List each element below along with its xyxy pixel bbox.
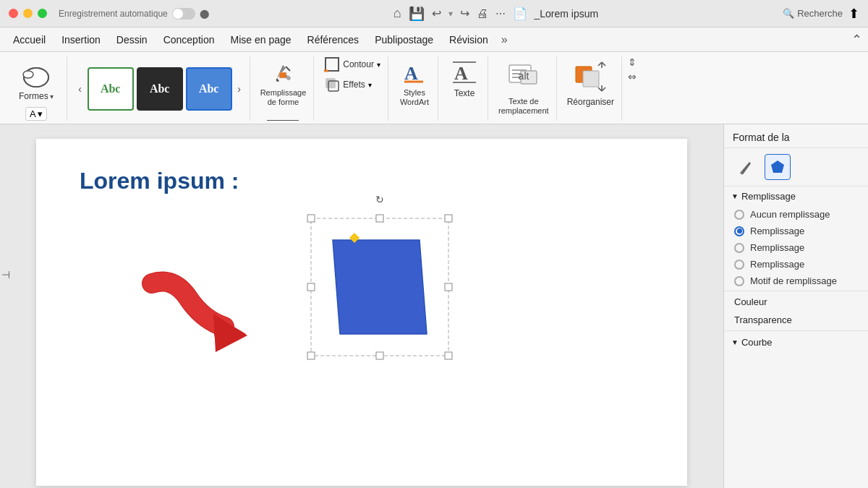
carousel-next[interactable]: ›	[232, 67, 247, 111]
menu-revision[interactable]: Révision	[442, 31, 495, 48]
effets-icon	[324, 77, 340, 93]
ribbon-wordart-section: A StylesWordArt	[391, 56, 438, 121]
sidebar-panel: Format de la ▼ Remplissage Aucun remplis	[723, 124, 868, 488]
text-dropdown: ▾	[38, 108, 43, 119]
resize-icon2[interactable]: ⇔	[628, 71, 637, 82]
svg-rect-36	[307, 283, 315, 291]
minimize-button[interactable]	[23, 9, 33, 18]
autosave-status: ⬤	[200, 9, 209, 19]
autosave-label: Enregistrement automatique	[59, 9, 168, 19]
contour-button[interactable]: Contour ▾	[324, 56, 380, 72]
print-icon[interactable]: 🖨	[477, 7, 488, 20]
remplissage-icon	[267, 56, 299, 88]
sidebar-divider-1	[724, 291, 868, 291]
carousel-prev[interactable]: ‹	[73, 67, 88, 111]
rotate-handle[interactable]: ↻	[375, 194, 384, 205]
menu-publipostage[interactable]: Publipostage	[367, 31, 441, 48]
search-icon: 🔍	[783, 8, 794, 19]
remplissage-button[interactable]: Remplissagede forme	[260, 56, 307, 107]
menu-accueil[interactable]: Accueil	[6, 31, 53, 48]
transparence-row: Transparence	[724, 311, 868, 329]
remplissage-content: Remplissagede forme	[260, 56, 307, 119]
texte-content: A Texte	[448, 56, 480, 121]
formes-label: Formes	[19, 91, 48, 101]
courbe-section-header[interactable]: ▼ Courbe	[724, 333, 868, 352]
formes-button[interactable]: Formes ▾	[13, 58, 59, 104]
wordart-button[interactable]: A StylesWordArt	[399, 56, 430, 107]
ribbon-collapse-icon[interactable]: ⌃	[851, 32, 862, 48]
option-remplissage-3[interactable]: Remplissage	[724, 256, 868, 273]
remplissage-section-label: Remplissage	[741, 191, 796, 202]
texte-button[interactable]: A Texte	[448, 56, 480, 98]
option-remplissage-1[interactable]: Remplissage	[724, 223, 868, 239]
sidebar-paint-button[interactable]	[733, 154, 759, 180]
texte-label: Texte	[454, 88, 475, 98]
ribbon-reorganiser-section: Réorganiser	[560, 56, 622, 121]
search-bar[interactable]: 🔍 Recherche	[783, 8, 843, 19]
texte-remplacement-button[interactable]: alt Texte deremplacement	[498, 56, 549, 116]
share-icon[interactable]: ⬆	[848, 6, 859, 22]
menu-insertion[interactable]: Insertion	[54, 31, 108, 48]
reorganiser-label: Réorganiser	[567, 97, 614, 107]
document-page: Lorem ipsum : ↻	[36, 139, 687, 486]
wordart-label: StylesWordArt	[400, 88, 429, 107]
sidebar-divider-2	[724, 330, 868, 331]
option-aucun[interactable]: Aucun remplissage	[724, 206, 868, 223]
svg-rect-40	[445, 352, 452, 359]
ribbon-shape-styles-section: ‹ Abc Abc Abc ›	[70, 56, 250, 121]
options-icon[interactable]: ⋯	[495, 8, 506, 20]
sidebar-shape-button[interactable]	[765, 154, 791, 180]
undo-dropdown[interactable]: ▾	[448, 9, 453, 19]
close-button[interactable]	[9, 9, 18, 18]
radio-remplissage-2[interactable]	[734, 243, 744, 253]
effets-button[interactable]: Effets ▾	[324, 77, 371, 93]
remplissage-section-header[interactable]: ▼ Remplissage	[724, 187, 868, 206]
text-icon: A	[30, 108, 36, 119]
shape-style-outline[interactable]: Abc	[88, 67, 134, 111]
shape-element[interactable]: ↻	[304, 211, 456, 366]
ribbon-remplissage-section: Remplissagede forme	[253, 56, 315, 121]
autosave-toggle[interactable]	[172, 8, 195, 20]
maximize-button[interactable]	[38, 9, 47, 18]
contour-label: Contour	[343, 59, 374, 69]
shape-style-blue[interactable]: Abc	[186, 67, 232, 111]
titlebar-center: ⌂ 💾 ↩ ▾ ↪ 🖨 ⋯ 📄 _Lorem ipsum	[209, 6, 783, 22]
pentagon-icon	[770, 159, 786, 175]
menu-dessin[interactable]: Dessin	[109, 31, 155, 48]
radio-remplissage-3[interactable]	[734, 260, 744, 270]
undo-icon[interactable]: ↩	[432, 7, 441, 20]
titlebar: Enregistrement automatique ⬤ ⌂ 💾 ↩ ▾ ↪ 🖨…	[0, 0, 868, 27]
texte-icon: A	[448, 56, 480, 88]
shape-style-black[interactable]: Abc	[137, 67, 183, 111]
home-icon[interactable]: ⌂	[393, 6, 401, 21]
menu-conception[interactable]: Conception	[156, 31, 222, 48]
texte-remplacement-label: Texte deremplacement	[498, 97, 549, 116]
radio-remplissage-1[interactable]	[734, 226, 744, 236]
menubar: Accueil Insertion Dessin Conception Mise…	[0, 27, 868, 52]
reorganiser-icon	[574, 56, 606, 97]
menu-references[interactable]: Références	[300, 31, 367, 48]
svg-rect-4	[279, 72, 286, 78]
svg-marker-42	[771, 160, 784, 173]
ribbon-texte-section: A Texte	[441, 56, 488, 121]
svg-text:A: A	[454, 63, 468, 84]
shape-styles-grid: Abc Abc Abc	[88, 67, 232, 111]
menu-more[interactable]: »	[497, 33, 512, 46]
document-icon[interactable]: 📄	[513, 7, 527, 20]
save-icon[interactable]: 💾	[409, 6, 425, 22]
menu-mise-en-page[interactable]: Mise en page	[223, 31, 298, 48]
effets-label: Effets	[343, 80, 365, 90]
remplissage-underline	[267, 120, 299, 121]
option-remplissage-2[interactable]: Remplissage	[724, 239, 868, 256]
radio-aucun[interactable]	[734, 210, 744, 220]
reorganiser-button[interactable]: Réorganiser	[567, 56, 614, 107]
text-format-button[interactable]: A ▾	[25, 107, 47, 121]
courbe-arrow: ▼	[731, 338, 739, 346]
resize-icon[interactable]: ⇕	[628, 56, 637, 68]
ribbon-formes-section: Formes ▾ A ▾	[6, 56, 67, 121]
redo-icon[interactable]: ↪	[460, 7, 469, 20]
radio-motif[interactable]	[734, 276, 744, 286]
svg-rect-34	[376, 215, 383, 222]
paint-icon	[738, 159, 754, 175]
option-motif[interactable]: Motif de remplissage	[724, 273, 868, 289]
